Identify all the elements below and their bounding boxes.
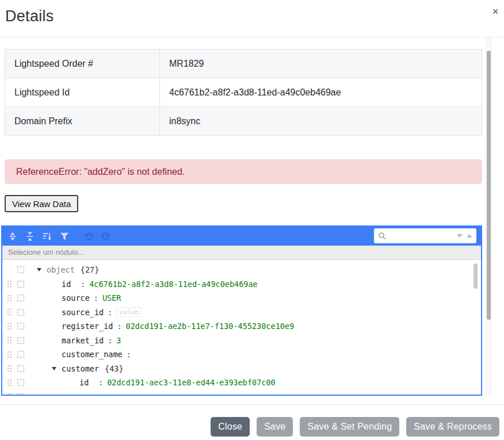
json-tree-row: source : USER [2, 291, 481, 305]
search-icon [378, 232, 387, 240]
field-separator: : [108, 336, 112, 345]
json-tree-row: name : [2, 390, 481, 396]
undo-icon[interactable] [81, 229, 96, 244]
json-child-count: {27} [81, 265, 100, 274]
json-tree-row: customer {43} [2, 362, 481, 376]
drag-handle-icon[interactable] [7, 294, 13, 302]
json-tree-row: object {27} [2, 263, 481, 277]
drag-handle-icon[interactable] [7, 351, 13, 358]
table-row: Domain Prefix in8sync [5, 107, 482, 135]
row-actions-menu-button[interactable] [17, 266, 24, 273]
header-divider [0, 37, 504, 37]
table-row-value: MR1829 [160, 49, 482, 78]
modal-footer: CloseSaveSave & Set PendingSave & Reproc… [0, 404, 504, 440]
json-field[interactable]: object [47, 265, 75, 274]
drag-handle-icon[interactable] [7, 393, 13, 396]
collapse-all-icon[interactable] [22, 229, 37, 244]
json-tree-row: source_id : value [2, 305, 481, 320]
drag-handle-icon[interactable] [7, 323, 13, 330]
field-separator: : [81, 280, 85, 289]
row-actions-menu-button[interactable] [17, 393, 24, 396]
json-field[interactable]: id [79, 378, 94, 387]
json-field[interactable]: source [62, 293, 90, 303]
table-row: Lightspeed Order # MR1829 [5, 49, 482, 78]
json-field[interactable]: market_id [62, 336, 104, 345]
json-tree-row: market_id : 3 [2, 334, 481, 348]
collapse-triangle-icon[interactable] [37, 268, 41, 271]
row-actions-menu-button[interactable] [17, 365, 24, 372]
modal-body-scrollbar[interactable] [486, 37, 491, 397]
error-alert: ReferenceError: "addZero" is not defined… [5, 159, 482, 184]
json-editor: Selecione um nódulo... object {27} id : … [1, 225, 482, 396]
close-icon[interactable]: ✕ [492, 7, 499, 16]
empty-value-placeholder[interactable]: value [116, 307, 141, 317]
json-tree: object {27} id : 4c6761b2-a8f2-a3d8-11ed… [2, 260, 481, 396]
field-separator: : [117, 322, 121, 331]
drag-handle-icon[interactable] [7, 280, 13, 288]
json-field[interactable]: register_id [62, 322, 113, 331]
search-box [374, 228, 476, 243]
close-button[interactable]: Close [211, 417, 250, 437]
row-actions-menu-button[interactable] [17, 309, 24, 316]
table-row-label: Domain Prefix [5, 107, 160, 135]
json-field[interactable]: name [79, 392, 98, 396]
json-editor-toolbar [2, 227, 481, 246]
page-title: Details [5, 7, 54, 25]
drag-handle-icon[interactable] [7, 379, 13, 387]
collapse-triangle-icon[interactable] [52, 367, 56, 370]
row-actions-menu-button[interactable] [17, 281, 24, 288]
save-reprocess-button[interactable]: Save & Reprocess [406, 417, 499, 437]
field-separator: : [127, 350, 131, 359]
save-button[interactable]: Save [257, 417, 293, 437]
field-separator: : [94, 293, 98, 303]
table-row: Lightspeed Id 4c6761b2-a8f2-a3d8-11ed-a4… [5, 78, 482, 107]
modal-body-scrollbar-thumb[interactable] [487, 51, 491, 320]
field-separator: : [102, 392, 107, 396]
details-modal: Details ✕ Lightspeed Order # MR1829 Ligh… [0, 0, 504, 440]
table-row-value: in8sync [160, 107, 482, 135]
search-input[interactable] [389, 231, 453, 241]
row-actions-menu-button[interactable] [17, 351, 24, 358]
json-value[interactable]: 02dcd191-aec3-11e8-ed44-e393ebf07c00 [107, 378, 276, 387]
json-value[interactable]: 3 [116, 336, 121, 345]
json-value[interactable]: 4c6761b2-a8f2-a3d8-11ed-a49c0eb469ae [89, 280, 258, 289]
json-field[interactable]: source_id [62, 308, 104, 317]
json-tree-row: id : 4c6761b2-a8f2-a3d8-11ed-a49c0eb469a… [2, 277, 481, 292]
json-field[interactable]: customer [62, 364, 99, 373]
filter-icon[interactable] [57, 229, 72, 244]
treepath-placeholder: Selecione um nódulo... [8, 248, 84, 257]
expand-all-icon[interactable] [5, 229, 20, 244]
table-row-value: 4c6761b2-a8f2-a3d8-11ed-a49c0eb469ae [160, 78, 482, 106]
row-actions-menu-button[interactable] [17, 323, 24, 330]
row-actions-menu-button[interactable] [17, 337, 24, 344]
editor-scrollbar-thumb[interactable] [474, 263, 478, 289]
field-separator: : [98, 378, 103, 387]
drag-handle-icon[interactable] [7, 365, 13, 372]
json-tree-row: register_id : 02dcd191-ae2b-11e7-f130-45… [2, 319, 481, 334]
details-table: Lightspeed Order # MR1829 Lightspeed Id … [5, 49, 482, 136]
table-row-label: Lightspeed Id [5, 78, 160, 106]
json-tree-row: customer_name : [2, 347, 481, 362]
search-next-icon[interactable] [457, 234, 463, 238]
json-field[interactable]: id [62, 280, 77, 289]
row-actions-menu-button[interactable] [17, 379, 24, 386]
field-separator: : [108, 308, 112, 317]
view-raw-data-button[interactable]: View Raw Data [5, 195, 78, 212]
json-field[interactable]: customer_name [62, 350, 123, 359]
treepath-bar[interactable]: Selecione um nódulo... [2, 246, 481, 260]
redo-icon[interactable] [98, 229, 113, 244]
drag-handle-icon[interactable] [7, 308, 13, 316]
search-previous-icon[interactable] [467, 234, 472, 238]
error-message: ReferenceError: "addZero" is not defined… [16, 167, 185, 177]
json-child-count: {43} [105, 364, 124, 373]
json-value[interactable]: USER [102, 293, 121, 303]
sort-icon[interactable] [40, 229, 55, 244]
save-set-pending-button[interactable]: Save & Set Pending [300, 417, 399, 437]
table-row-label: Lightspeed Order # [5, 49, 160, 78]
json-value[interactable]: 02dcd191-ae2b-11e7-f130-455230ce10e9 [126, 322, 295, 331]
drag-handle-icon[interactable] [7, 336, 13, 344]
json-tree-row: id : 02dcd191-aec3-11e8-ed44-e393ebf07c0… [2, 376, 481, 390]
row-actions-menu-button[interactable] [17, 294, 24, 301]
